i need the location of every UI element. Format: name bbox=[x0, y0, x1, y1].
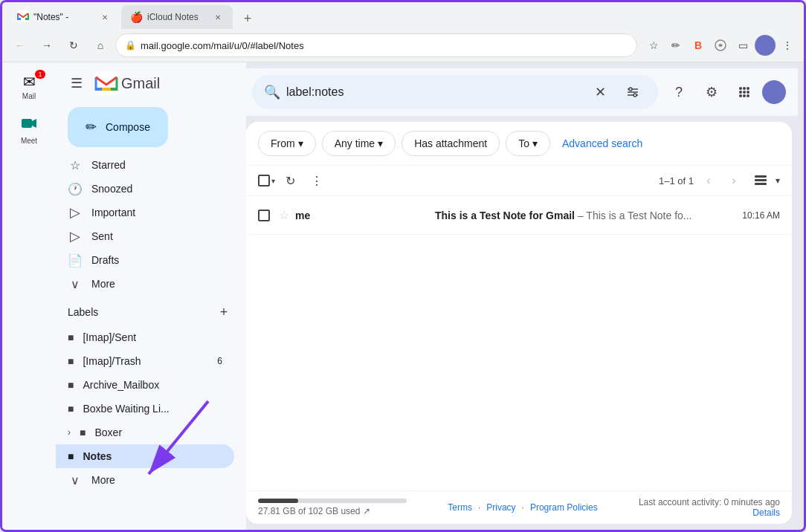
more-labels-icon: ∨ bbox=[68, 473, 83, 487]
home-button[interactable]: ⌂ bbox=[88, 33, 112, 57]
sidebar-item-more-nav[interactable]: ∨ More bbox=[56, 272, 234, 296]
email-checkbox-1[interactable] bbox=[258, 210, 273, 221]
sidebar-item-important[interactable]: ▷ Important bbox=[56, 201, 234, 224]
main-panel-wrapper: 🔍 ✕ bbox=[246, 62, 804, 530]
svg-rect-5 bbox=[22, 119, 32, 128]
mail-nav-item[interactable]: ✉ Mail 1 bbox=[8, 68, 50, 105]
icloud-tab-close[interactable]: ✕ bbox=[212, 11, 224, 23]
svg-rect-11 bbox=[102, 88, 111, 91]
compose-button[interactable]: ✏ Compose bbox=[68, 107, 168, 147]
table-row[interactable]: ☆ me This is a Test Note for Gmail – Thi… bbox=[246, 196, 792, 235]
mail-badge: 1 bbox=[35, 70, 45, 79]
search-clear-button[interactable]: ✕ bbox=[587, 79, 613, 106]
anytime-filter-label: Any time bbox=[335, 137, 375, 149]
header-actions: ? ⚙ bbox=[664, 77, 786, 107]
browser-menu-icon[interactable]: ⋮ bbox=[777, 35, 798, 56]
advanced-search-link[interactable]: Advanced search bbox=[562, 137, 642, 149]
sidebar-item-snoozed[interactable]: 🕐 Snoozed bbox=[56, 177, 234, 201]
email-select-checkbox[interactable] bbox=[258, 210, 270, 221]
svg-marker-6 bbox=[32, 119, 36, 128]
anytime-chevron-icon: ▾ bbox=[378, 137, 383, 149]
has-attachment-filter-button[interactable]: Has attachment bbox=[402, 131, 500, 156]
label-boxbe[interactable]: ■ Boxbe Waiting Li... bbox=[56, 397, 234, 421]
hamburger-menu[interactable]: ☰ bbox=[62, 68, 91, 98]
label-icon-archive: ■ bbox=[68, 379, 74, 391]
search-input[interactable] bbox=[286, 85, 581, 99]
label-notes[interactable]: ■ Notes bbox=[56, 444, 234, 468]
toolbar-more-button[interactable]: ⋮ bbox=[305, 169, 329, 192]
label-icon-imap-trash: ■ bbox=[68, 355, 74, 367]
sidebar-item-drafts[interactable]: 📄 Drafts bbox=[56, 248, 234, 272]
gmail-tab-title: "Notes" - bbox=[33, 12, 94, 22]
separator-1: · bbox=[478, 502, 480, 513]
settings-button[interactable]: ⚙ bbox=[697, 77, 726, 107]
select-dropdown-icon[interactable]: ▾ bbox=[271, 177, 275, 185]
to-filter-button[interactable]: To ▾ bbox=[506, 131, 550, 156]
main-footer: 27.81 GB of 102 GB used ↗ Terms · Privac… bbox=[246, 490, 792, 524]
refresh-button[interactable]: ↻ bbox=[278, 169, 302, 192]
label-imap-sent[interactable]: ■ [Imap]/Sent bbox=[56, 325, 234, 349]
density-dropdown-icon[interactable]: ▾ bbox=[776, 175, 780, 186]
from-filter-label: From bbox=[271, 137, 295, 149]
storage-external-link[interactable]: ↗ bbox=[363, 506, 370, 516]
email-subject-1: This is a Test Note for Gmail – This is … bbox=[435, 210, 736, 221]
sidebar-item-sent[interactable]: ▷ Sent bbox=[56, 224, 234, 248]
prev-page-button[interactable]: ‹ bbox=[697, 169, 720, 192]
apps-button[interactable] bbox=[729, 77, 759, 107]
extension-icon[interactable] bbox=[710, 35, 731, 56]
label-archive[interactable]: ■ Archive_Mailbox bbox=[56, 373, 234, 397]
meet-label: Meet bbox=[21, 137, 37, 145]
gmail-favicon bbox=[17, 10, 29, 25]
terms-link[interactable]: Terms bbox=[448, 502, 472, 513]
select-all-checkbox[interactable] bbox=[258, 175, 270, 186]
brave-icon[interactable]: B bbox=[688, 35, 709, 56]
storage-bar bbox=[258, 499, 407, 503]
privacy-link[interactable]: Privacy bbox=[486, 502, 515, 513]
anytime-filter-button[interactable]: Any time ▾ bbox=[322, 131, 396, 156]
gmail-tab-close[interactable]: ✕ bbox=[99, 11, 111, 23]
label-badge-imap-trash: 6 bbox=[217, 356, 222, 366]
program-policies-link[interactable]: Program Policies bbox=[530, 502, 598, 513]
starred-label: Starred bbox=[91, 159, 126, 171]
svg-point-24 bbox=[743, 94, 746, 97]
address-bar-row: ← → ↻ ⌂ 🔒 mail.google.com/mail/u/0/#labe… bbox=[2, 29, 804, 62]
more-nav-icon: ∨ bbox=[68, 277, 83, 291]
next-page-button[interactable]: › bbox=[722, 169, 746, 192]
details-link[interactable]: Details bbox=[752, 507, 780, 518]
back-button[interactable]: ← bbox=[8, 33, 32, 57]
bookmark-icon[interactable]: ☆ bbox=[643, 35, 664, 56]
density-icon[interactable] bbox=[749, 169, 773, 192]
address-bar[interactable]: 🔒 mail.google.com/mail/u/0/#label/Notes bbox=[115, 33, 637, 57]
icloud-favicon: 🍎 bbox=[130, 11, 143, 23]
help-button[interactable]: ? bbox=[664, 77, 694, 107]
compose-icon: ✏ bbox=[86, 119, 97, 135]
more-labels-label: More bbox=[91, 474, 115, 486]
search-bar: 🔍 ✕ bbox=[252, 75, 658, 109]
label-text-imap-sent: [Imap]/Sent bbox=[83, 331, 136, 343]
label-imap-trash[interactable]: ■ [Imap]/Trash 6 bbox=[56, 349, 234, 373]
pen-icon[interactable]: ✏ bbox=[665, 35, 686, 56]
sidebar-toggle-icon[interactable]: ▭ bbox=[732, 35, 753, 56]
meet-nav-item[interactable]: Meet bbox=[8, 111, 50, 149]
from-filter-button[interactable]: From ▾ bbox=[258, 131, 316, 156]
email-time-1: 10:16 AM bbox=[742, 210, 780, 221]
profile-avatar[interactable] bbox=[755, 35, 776, 56]
label-boxer[interactable]: › ■ Boxer bbox=[56, 421, 234, 444]
add-label-button[interactable]: + bbox=[213, 302, 234, 322]
new-tab-button[interactable]: + bbox=[237, 8, 258, 29]
email-star-1[interactable]: ☆ bbox=[279, 208, 289, 222]
email-sender-1: me bbox=[295, 210, 429, 221]
search-options-button[interactable] bbox=[619, 79, 646, 106]
sidebar-item-starred[interactable]: ☆ Starred bbox=[56, 153, 234, 177]
forward-button[interactable]: → bbox=[35, 33, 59, 57]
sent-icon: ▷ bbox=[68, 228, 83, 244]
tab-bar: "Notes" - ✕ 🍎 iCloud Notes ✕ + bbox=[2, 2, 804, 29]
sidebar-item-more-labels[interactable]: ∨ More bbox=[56, 468, 234, 492]
select-all-checkbox-group[interactable]: ▾ bbox=[258, 175, 275, 186]
icloud-tab[interactable]: 🍎 iCloud Notes ✕ bbox=[121, 5, 233, 29]
svg-point-18 bbox=[743, 87, 746, 90]
user-avatar[interactable] bbox=[762, 80, 786, 104]
reload-button[interactable]: ↻ bbox=[62, 33, 86, 57]
gmail-tab[interactable]: "Notes" - ✕ bbox=[8, 5, 120, 29]
svg-point-25 bbox=[747, 94, 749, 97]
